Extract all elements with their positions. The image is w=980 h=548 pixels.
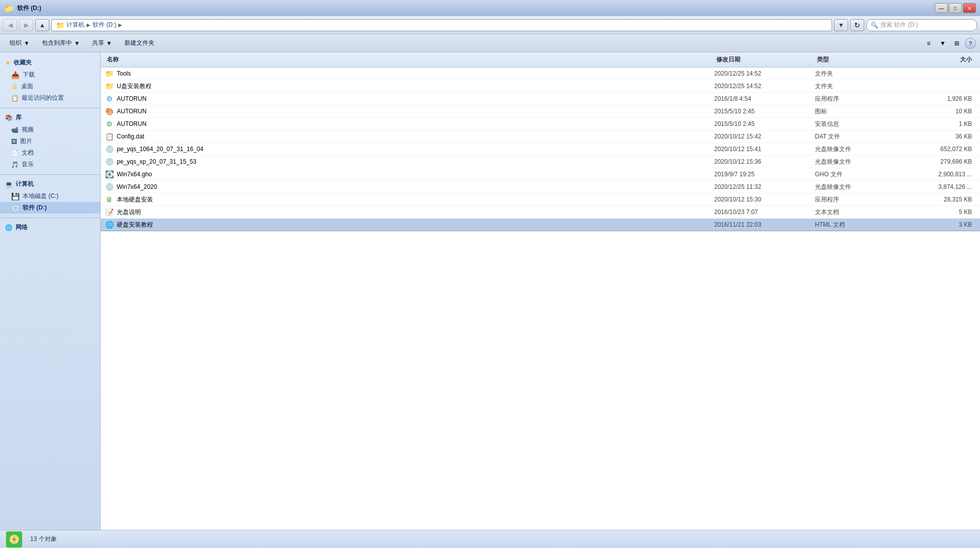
file-name-text: AUTORUN [117,108,146,115]
file-name-text: U盘安装教程 [117,82,152,91]
favorites-header[interactable]: ★ 收藏夹 [0,56,100,69]
table-row[interactable]: 📋 Config.dat 2020/10/12 15:42 DAT 文件 36 … [101,130,980,143]
file-type-cell: 应用程序 [815,95,906,103]
search-box[interactable]: 🔍 搜索 软件 (D:) [866,19,977,31]
file-date-cell: 2020/12/25 11:32 [714,183,815,190]
computer-header[interactable]: 💻 计算机 [0,178,100,190]
refresh-button[interactable]: ↻ [850,19,864,31]
up-button[interactable]: ▲ [35,19,49,31]
table-row[interactable]: 📁 Tools 2020/12/25 14:52 文件夹 [101,67,980,80]
file-size-cell: 10 KB [906,108,976,115]
table-row[interactable]: 📝 光盘说明 2016/10/23 7:07 文本文档 5 KB [101,206,980,219]
file-type-icon: 📝 [105,208,114,217]
network-header[interactable]: 🌐 网络 [0,221,100,234]
up-icon: ▲ [39,22,45,29]
path-software[interactable]: 软件 (D:) [93,21,116,29]
table-row[interactable]: ⚙ AUTORUN 2016/1/8 4:54 应用程序 1,926 KB [101,93,980,105]
software-d-label: 软件 (D:) [23,203,47,212]
col-size-header[interactable]: 大小 [906,54,976,65]
file-date-cell: 2020/10/12 15:30 [714,196,815,203]
organize-arrow-icon: ▼ [24,40,30,47]
include-library-button[interactable]: 包含到库中 ▼ [36,36,86,50]
refresh-icon: ↻ [854,21,860,29]
file-date-cell: 2020/12/25 14:52 [714,83,815,90]
file-name-text: 硬盘安装教程 [117,221,153,229]
help-button[interactable]: ? [965,38,976,49]
file-size-cell: 5 KB [906,209,976,216]
file-type-icon: 🎨 [105,107,114,116]
sidebar-item-video[interactable]: 📹 视频 [0,124,100,135]
close-button[interactable]: ✕ [963,3,976,13]
file-size-cell: 28,315 KB [906,196,976,203]
downloads-icon: 📥 [11,71,20,79]
file-name-cell: 📝 光盘说明 [105,208,714,217]
table-row[interactable]: 💿 pe_yqs_xp_20_07_31_15_53 2020/10/12 15… [101,156,980,168]
col-date-header[interactable]: 修改日期 [714,54,815,65]
file-size-cell: 36 KB [906,133,976,140]
col-type-header[interactable]: 类型 [815,54,906,65]
maximize-button[interactable]: □ [949,3,962,13]
back-button[interactable]: ◀ [3,19,17,31]
sidebar-item-image[interactable]: 🖼 图片 [0,135,100,147]
new-folder-button[interactable]: 新建文件夹 [119,36,160,50]
minimize-button[interactable]: — [935,3,948,13]
sidebar-item-software-d[interactable]: 💿 软件 (D:) [0,202,100,214]
file-size-cell: 279,696 KB [906,158,976,165]
file-date-cell: 2019/9/7 19:25 [714,171,815,178]
table-row[interactable]: 💽 Win7x64.gho 2019/9/7 19:25 GHO 文件 2,90… [101,168,980,181]
file-size-cell: 2,900,813 ... [906,171,976,178]
table-row[interactable]: 💿 pe_yqs_1064_20_07_31_16_04 2020/10/12 … [101,143,980,156]
titlebar-left: 📁 软件 (D:) [4,4,41,13]
forward-icon: ▶ [24,22,29,29]
file-type-icon: ⚙ [105,119,114,128]
view-button[interactable]: ≡ [923,37,935,49]
table-row[interactable]: 🎨 AUTORUN 2015/5/10 2:45 图标 10 KB [101,105,980,118]
table-row[interactable]: 🌐 硬盘安装教程 2016/11/21 22:03 HTML 文档 3 KB [101,219,980,231]
sidebar-item-desktop[interactable]: 🖥 桌面 [0,81,100,92]
file-name-cell: 💿 pe_yqs_1064_20_07_31_16_04 [105,145,714,154]
file-size-cell: 1,926 KB [906,95,976,102]
share-arrow-icon: ▼ [106,40,112,47]
details-view-icon: ⊞ [954,40,959,47]
desktop-label: 桌面 [21,82,33,91]
file-type-icon: 🖥 [105,195,114,204]
include-arrow-icon: ▼ [74,40,80,47]
dropdown-button[interactable]: ▼ [834,19,848,31]
status-count: 13 个对象 [30,535,57,543]
sidebar-item-music[interactable]: 🎵 音乐 [0,159,100,170]
table-row[interactable]: 💿 Win7x64_2020 2020/12/25 11:32 光盘映像文件 3… [101,181,980,193]
path-sep-1: ▶ [87,22,91,28]
table-row[interactable]: 🖥 本地硬盘安装 2020/10/12 15:30 应用程序 28,315 KB [101,193,980,206]
file-size-cell: 1 KB [906,120,976,127]
sidebar-item-doc[interactable]: 📄 文档 [0,147,100,159]
network-icon: 🌐 [5,224,13,231]
file-type-icon: 💽 [105,170,114,179]
details-view-button[interactable]: ⊞ [951,37,963,49]
file-type-cell: 光盘映像文件 [815,145,906,154]
file-date-cell: 2020/10/12 15:42 [714,133,815,140]
addressbar: ◀ ▶ ▲ 📁 计算机 ▶ 软件 (D:) ▶ ▼ ↻ 🔍 搜索 软件 (D:) [0,16,980,34]
organize-label: 组织 [10,39,22,47]
col-name-header[interactable]: 名称 [105,54,714,65]
file-name-cell: 🖥 本地硬盘安装 [105,195,714,204]
sidebar-item-recent[interactable]: 📋 最近访问的位置 [0,92,100,104]
table-row[interactable]: ⚙ AUTORUN 2015/5/10 2:45 安装信息 1 KB [101,118,980,130]
forward-button[interactable]: ▶ [19,19,33,31]
view-button-2[interactable]: ▼ [937,37,949,49]
titlebar: 📁 软件 (D:) — □ ✕ [0,0,980,16]
file-date-cell: 2020/10/12 15:36 [714,158,815,165]
file-type-cell: 文件夹 [815,70,906,78]
sidebar-item-downloads[interactable]: 📥 下载 [0,69,100,81]
toolbar-right: ≡ ▼ ⊞ ? [923,37,976,49]
file-type-cell: 图标 [815,107,906,116]
file-name-text: 光盘说明 [117,208,141,217]
library-header[interactable]: 📚 库 [0,111,100,124]
address-path[interactable]: 📁 计算机 ▶ 软件 (D:) ▶ [51,19,832,31]
table-row[interactable]: 📁 U盘安装教程 2020/12/25 14:52 文件夹 [101,80,980,93]
file-name-cell: 📁 U盘安装教程 [105,82,714,91]
search-placeholder: 搜索 软件 (D:) [880,21,918,29]
organize-button[interactable]: 组织 ▼ [4,36,35,50]
sidebar-item-local-c[interactable]: 💾 本地磁盘 (C:) [0,190,100,202]
share-button[interactable]: 共享 ▼ [87,36,118,50]
path-computer[interactable]: 计算机 [66,21,85,29]
